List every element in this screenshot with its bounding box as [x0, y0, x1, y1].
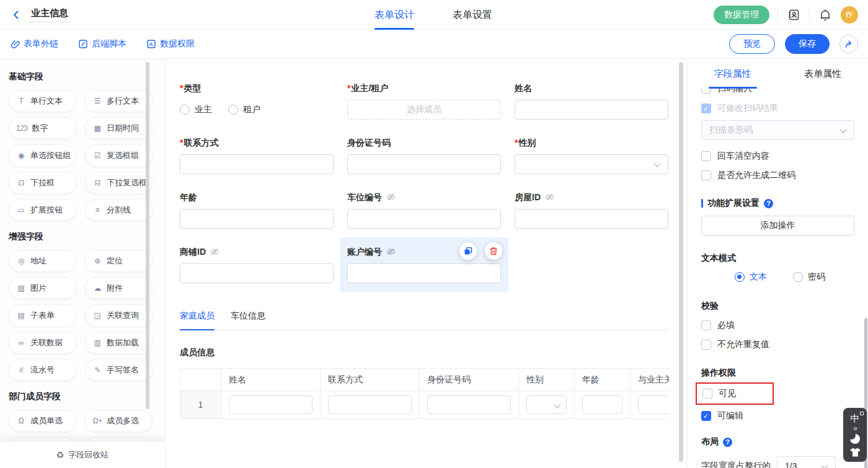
cell-gender-select[interactable] [526, 395, 567, 414]
sidebar-item-signature[interactable]: ✎手写签名 [85, 359, 153, 381]
option-visible[interactable]: 可见 [702, 388, 773, 399]
option-required[interactable]: 必填 [701, 320, 854, 331]
checkbox-icon[interactable] [701, 170, 711, 180]
field-parking-number[interactable]: 车位编号 [347, 192, 501, 229]
sidebar-item-datetime[interactable]: ▦日期时间 [85, 117, 153, 139]
checkbox-checked-icon[interactable] [701, 411, 711, 421]
back-icon[interactable] [10, 9, 22, 21]
id-number-input[interactable] [347, 154, 501, 174]
theme-skin-icon[interactable] [850, 448, 861, 457]
option-editable[interactable]: 可编辑 [701, 410, 854, 422]
checkbox-icon[interactable] [701, 340, 711, 350]
gender-select[interactable] [515, 154, 668, 174]
cell-relation-input[interactable] [638, 395, 669, 414]
field-owner-tenant[interactable]: 业主/租户 选择成员 [347, 82, 501, 120]
option-allow-qrcode[interactable]: 是否允许生成二维码 [701, 170, 854, 181]
tab-form-settings[interactable]: 表单设置 [453, 0, 492, 30]
field-age[interactable]: 年龄 [180, 192, 334, 229]
sidebar-item-linked-data[interactable]: ∞关联数据 [9, 332, 76, 354]
sidebar-item-linked-query[interactable]: ◲关联查询 [85, 304, 153, 327]
checkbox-checked-disabled-icon[interactable] [701, 104, 711, 113]
form-external-link[interactable]: 表单外链 [10, 38, 58, 50]
sidebar-item-subform[interactable]: ▤子表单 [9, 304, 76, 327]
parking-number-input[interactable] [347, 209, 501, 229]
field-gender[interactable]: 性别 [515, 137, 668, 174]
sidebar-item-dropdown[interactable]: ⊡下拉框 [9, 172, 76, 194]
radio-tenant[interactable]: 租户 [228, 104, 260, 115]
checkbox-icon[interactable] [702, 389, 712, 399]
dark-mode-icon[interactable] [850, 434, 860, 444]
option-no-duplicate[interactable]: 不允许重复值 [701, 339, 854, 350]
sidebar-item-checkbox-group[interactable]: ☑复选框组 [85, 144, 153, 167]
sidebar-item-serial-number[interactable]: #流水号 [9, 359, 76, 381]
sidebar-item-single-line-text[interactable]: T单行文本 [9, 90, 76, 112]
sidebar-item-number[interactable]: 123数字 [9, 117, 76, 139]
canvas-scrollbar[interactable] [679, 62, 683, 462]
option-enter-clear[interactable]: 回车清空内容 [701, 151, 854, 162]
checkbox-icon[interactable] [701, 89, 711, 94]
option-modifiable-scan-result[interactable]: 可修改扫码结果 [701, 103, 854, 114]
field-account-number-selected[interactable]: 账户编号 [340, 237, 508, 292]
data-manage-button[interactable]: 数据管理 [714, 6, 769, 24]
sidebar-item-divider[interactable]: ≡分割线 [85, 199, 153, 221]
sidebar-item-member-multi[interactable]: Ω+成员多选 [85, 410, 153, 432]
sidebar-item-multi-dropdown[interactable]: ⊟下拉复选框 [85, 172, 153, 194]
field-contact[interactable]: 联系方式 [180, 137, 334, 174]
cell-name-input[interactable] [229, 395, 312, 414]
option-scan-input-clipped[interactable]: 扫码输入 [701, 89, 854, 94]
data-permission-link[interactable]: 数据权限 [146, 38, 195, 50]
tab-field-properties[interactable]: 字段属性 [688, 59, 778, 89]
checkbox-icon[interactable] [701, 320, 711, 330]
scan-type-select[interactable]: 扫描条形码 [701, 120, 854, 140]
checkbox-icon[interactable] [701, 151, 711, 161]
age-input[interactable] [180, 209, 334, 229]
field-house-id[interactable]: 房屋ID [515, 192, 668, 229]
help-icon[interactable] [764, 199, 773, 208]
field-id-number[interactable]: 身份证号码 [347, 137, 501, 174]
sidebar-item-radio-group[interactable]: ◉单选按钮组 [9, 144, 76, 167]
cell-id-number-input[interactable] [427, 395, 511, 414]
sidebar-item-multi-line-text[interactable]: ☰多行文本 [85, 90, 153, 112]
radio-text-mode[interactable]: 文本 [735, 272, 767, 283]
backend-script-link[interactable]: 后端脚本 [78, 38, 126, 50]
tab-form-design[interactable]: 表单设计 [374, 0, 414, 30]
sidebar-scrollbar[interactable] [146, 62, 149, 409]
language-toggle-icon[interactable]: 中 [851, 413, 860, 423]
preview-button[interactable]: 预览 [729, 34, 775, 54]
radio-password-mode[interactable]: 密码 [793, 272, 825, 283]
sparkle-icon[interactable] [854, 427, 857, 430]
member-picker[interactable]: 选择成员 [347, 100, 501, 120]
field-name[interactable]: 姓名 [515, 82, 668, 120]
tab-parking-info[interactable]: 车位信息 [231, 311, 265, 330]
sidebar-item-image[interactable]: ▨图片 [9, 277, 76, 299]
sidebar-item-attachment[interactable]: ☁附件 [85, 277, 153, 299]
delete-field-button[interactable] [485, 242, 502, 260]
account-number-input[interactable] [347, 263, 501, 283]
cell-contact-input[interactable] [328, 395, 412, 414]
copy-field-button[interactable] [459, 242, 477, 260]
field-width-select[interactable]: 1/3 [777, 456, 836, 468]
add-operation-button[interactable]: 添加操作 [701, 216, 854, 236]
field-shop-id[interactable]: 商铺ID [180, 246, 334, 283]
shop-id-input[interactable] [180, 263, 334, 283]
help-icon[interactable] [723, 438, 732, 447]
name-input[interactable] [515, 100, 668, 120]
sidebar-item-location[interactable]: ⊕定位 [85, 250, 153, 272]
member-book-icon[interactable] [786, 7, 801, 22]
bell-icon[interactable] [818, 7, 833, 22]
share-icon[interactable] [839, 35, 858, 53]
field-recycle-bin[interactable]: ♻ 字段回收站 [0, 442, 165, 468]
sidebar-item-address[interactable]: ◎地址 [9, 250, 76, 272]
cell-age-input[interactable] [582, 395, 622, 414]
tab-family-members[interactable]: 家庭成员 [180, 311, 215, 330]
tab-form-properties[interactable]: 表单属性 [778, 59, 868, 89]
radio-owner[interactable]: 业主 [180, 104, 212, 115]
save-button[interactable]: 保存 [785, 34, 830, 54]
field-type[interactable]: 类型 业主 租户 [180, 82, 334, 120]
sidebar-item-data-load[interactable]: ▥数据加载 [85, 332, 153, 354]
sidebar-item-member-single[interactable]: Ω成员单选 [9, 410, 76, 432]
avatar[interactable]: 作 [841, 6, 858, 24]
house-id-input[interactable] [515, 209, 668, 229]
sidebar-item-extension-button[interactable]: ▭扩展按钮 [9, 199, 76, 221]
contact-input[interactable] [180, 154, 334, 174]
